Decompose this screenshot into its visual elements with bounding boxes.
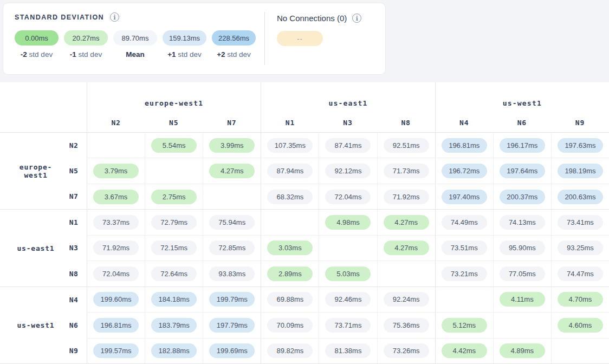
latency-pill[interactable]: 2.89ms: [267, 266, 313, 281]
latency-cell[interactable]: [435, 287, 493, 312]
latency-cell[interactable]: 92.51ms: [377, 132, 435, 158]
latency-pill[interactable]: 73.41ms: [558, 215, 603, 230]
latency-cell[interactable]: 72.04ms: [87, 261, 145, 286]
latency-pill[interactable]: 4.27ms: [384, 215, 429, 230]
latency-pill[interactable]: 73.21ms: [442, 266, 487, 281]
latency-cell[interactable]: 73.26ms: [377, 338, 435, 363]
latency-pill[interactable]: 200.63ms: [558, 190, 603, 204]
latency-pill[interactable]: 68.32ms: [267, 190, 313, 204]
latency-pill[interactable]: 3.67ms: [93, 190, 139, 204]
latency-cell[interactable]: 70.09ms: [261, 312, 319, 337]
latency-cell[interactable]: 73.37ms: [87, 209, 145, 235]
latency-pill[interactable]: 81.38ms: [325, 343, 371, 358]
latency-pill[interactable]: 4.42ms: [442, 343, 487, 358]
latency-cell[interactable]: [377, 261, 435, 286]
latency-pill[interactable]: 72.04ms: [325, 190, 371, 204]
latency-pill[interactable]: 3.99ms: [209, 138, 255, 153]
latency-pill[interactable]: 4.98ms: [325, 215, 371, 230]
latency-cell[interactable]: 74.13ms: [493, 209, 551, 235]
latency-cell[interactable]: 77.05ms: [493, 261, 551, 286]
latency-pill[interactable]: 200.37ms: [500, 190, 545, 204]
latency-cell[interactable]: 89.82ms: [261, 338, 319, 363]
latency-cell[interactable]: 197.40ms: [435, 184, 493, 209]
latency-cell[interactable]: 197.79ms: [203, 312, 261, 337]
latency-cell[interactable]: 4.89ms: [493, 338, 551, 363]
latency-cell[interactable]: [145, 158, 203, 183]
latency-cell[interactable]: 197.64ms: [493, 158, 551, 183]
latency-cell[interactable]: 4.27ms: [203, 158, 261, 183]
latency-pill[interactable]: 107.35ms: [267, 138, 313, 153]
latency-cell[interactable]: [203, 184, 261, 209]
latency-pill[interactable]: 93.83ms: [209, 266, 255, 281]
latency-cell[interactable]: 3.03ms: [261, 235, 319, 261]
latency-cell[interactable]: 2.75ms: [145, 184, 203, 209]
latency-cell[interactable]: 72.04ms: [319, 184, 377, 209]
latency-pill[interactable]: 182.88ms: [151, 343, 197, 358]
latency-cell[interactable]: [261, 209, 319, 235]
latency-pill[interactable]: 74.47ms: [558, 266, 603, 281]
info-icon[interactable]: i: [352, 14, 361, 23]
latency-pill[interactable]: 74.13ms: [500, 215, 545, 230]
latency-pill[interactable]: 196.17ms: [500, 138, 545, 153]
latency-cell[interactable]: 196.81ms: [87, 312, 145, 337]
latency-cell[interactable]: 68.32ms: [261, 184, 319, 209]
info-icon[interactable]: i: [110, 12, 119, 22]
latency-cell[interactable]: 5.12ms: [435, 312, 493, 337]
latency-cell[interactable]: 196.17ms: [493, 132, 551, 158]
latency-cell[interactable]: 184.18ms: [145, 287, 203, 312]
latency-pill[interactable]: 198.19ms: [558, 164, 603, 178]
latency-pill[interactable]: 89.82ms: [267, 343, 313, 358]
latency-pill[interactable]: 3.79ms: [93, 164, 139, 178]
latency-cell[interactable]: 73.51ms: [435, 235, 493, 261]
latency-pill[interactable]: 199.57ms: [93, 343, 139, 358]
latency-pill[interactable]: 183.79ms: [151, 318, 197, 333]
latency-cell[interactable]: 199.60ms: [87, 287, 145, 312]
latency-cell[interactable]: 200.37ms: [493, 184, 551, 209]
latency-pill[interactable]: 5.03ms: [325, 266, 371, 281]
latency-pill[interactable]: 87.41ms: [325, 138, 371, 153]
latency-cell[interactable]: 69.88ms: [261, 287, 319, 312]
latency-pill[interactable]: 197.79ms: [209, 318, 255, 333]
latency-cell[interactable]: 73.41ms: [551, 209, 609, 235]
latency-cell[interactable]: 200.63ms: [551, 184, 609, 209]
latency-pill[interactable]: 92.12ms: [325, 164, 371, 178]
latency-pill[interactable]: 4.27ms: [384, 240, 429, 255]
latency-pill[interactable]: 73.51ms: [442, 240, 487, 255]
latency-cell[interactable]: 3.99ms: [203, 132, 261, 158]
latency-cell[interactable]: 4.27ms: [377, 209, 435, 235]
latency-pill[interactable]: 93.25ms: [558, 240, 603, 255]
latency-pill[interactable]: 5.12ms: [442, 318, 487, 333]
latency-pill[interactable]: 197.63ms: [558, 138, 603, 153]
latency-pill[interactable]: 4.89ms: [500, 343, 545, 358]
latency-pill[interactable]: 71.92ms: [384, 190, 429, 204]
latency-cell[interactable]: 92.46ms: [319, 287, 377, 312]
latency-cell[interactable]: [319, 235, 377, 261]
latency-cell[interactable]: 72.85ms: [203, 235, 261, 261]
latency-cell[interactable]: 183.79ms: [145, 312, 203, 337]
latency-pill[interactable]: 2.75ms: [151, 190, 197, 204]
latency-pill[interactable]: 197.64ms: [500, 164, 545, 178]
latency-cell[interactable]: 72.64ms: [145, 261, 203, 286]
latency-pill[interactable]: 74.49ms: [442, 215, 487, 230]
latency-cell[interactable]: 196.72ms: [435, 158, 493, 183]
latency-cell[interactable]: 4.42ms: [435, 338, 493, 363]
latency-pill[interactable]: 71.92ms: [93, 240, 139, 255]
latency-cell[interactable]: 4.70ms: [551, 287, 609, 312]
latency-pill[interactable]: 199.60ms: [93, 292, 139, 307]
latency-pill[interactable]: 75.36ms: [384, 318, 429, 333]
latency-cell[interactable]: 87.94ms: [261, 158, 319, 183]
latency-cell[interactable]: 182.88ms: [145, 338, 203, 363]
latency-cell[interactable]: 81.38ms: [319, 338, 377, 363]
latency-cell[interactable]: 75.94ms: [203, 209, 261, 235]
latency-pill[interactable]: 4.27ms: [209, 164, 255, 178]
latency-pill[interactable]: 70.09ms: [267, 318, 313, 333]
latency-cell[interactable]: 5.54ms: [145, 132, 203, 158]
latency-cell[interactable]: 199.79ms: [203, 287, 261, 312]
latency-cell[interactable]: 5.03ms: [319, 261, 377, 286]
latency-cell[interactable]: 75.36ms: [377, 312, 435, 337]
latency-pill[interactable]: 72.85ms: [209, 240, 255, 255]
latency-cell[interactable]: 74.47ms: [551, 261, 609, 286]
latency-pill[interactable]: 184.18ms: [151, 292, 197, 307]
latency-pill[interactable]: 77.05ms: [500, 266, 545, 281]
latency-pill[interactable]: 95.90ms: [500, 240, 545, 255]
